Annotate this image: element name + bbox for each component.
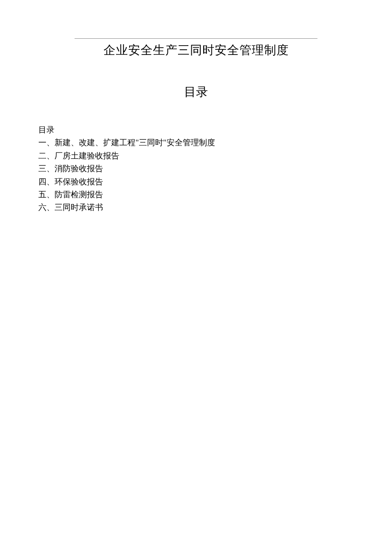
toc-item: 三、消防验收报告	[38, 162, 354, 175]
toc-item: 五、防雷检测报告	[38, 188, 354, 201]
table-of-contents: 目录 一、新建、改建、扩建工程"三同时"安全管理制度 二、厂房土建验收报告 三、…	[38, 124, 354, 214]
document-page: 企业安全生产三同时安全管理制度 目录 目录 一、新建、改建、扩建工程"三同时"安…	[0, 0, 392, 214]
document-title: 企业安全生产三同时安全管理制度	[38, 42, 354, 58]
toc-item: 四、环保验收报告	[38, 175, 354, 188]
header-rule	[75, 38, 317, 39]
toc-item: 六、三同时承诺书	[38, 201, 354, 214]
toc-header-label: 目录	[38, 124, 354, 136]
toc-item: 二、厂房土建验收报告	[38, 150, 354, 162]
toc-heading: 目录	[38, 84, 354, 100]
toc-item: 一、新建、改建、扩建工程"三同时"安全管理制度	[38, 136, 354, 149]
